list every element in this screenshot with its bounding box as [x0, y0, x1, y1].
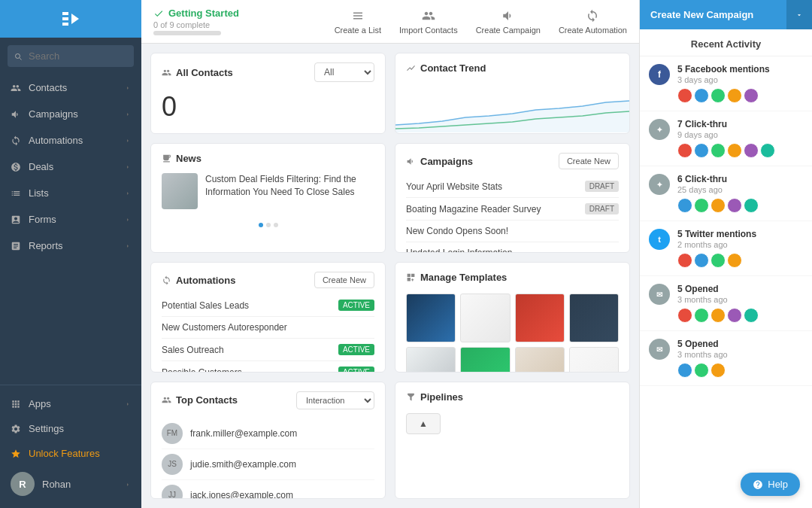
sidebar-label-contacts: Contacts [29, 82, 67, 93]
news-text[interactable]: Custom Deal Fields Filtering: Find the I… [205, 173, 374, 209]
sidebar-item-lists[interactable]: Lists [0, 180, 141, 206]
sidebar-label-lists: Lists [29, 187, 49, 199]
template-5[interactable] [406, 347, 456, 372]
activity-click1-time: 9 days ago [677, 130, 775, 139]
sidebar-item-automations[interactable]: Automations [0, 127, 141, 154]
sidebar-logo[interactable] [0, 0, 141, 38]
campaign-item-3[interactable]: New Condo Opens Soon! [406, 221, 619, 242]
automations-create-new-btn[interactable]: Create New [314, 272, 374, 288]
campaign-item-1[interactable]: Your April Website Stats DRAFT [406, 175, 619, 198]
contacts-count: 0 [151, 88, 385, 133]
action-create-campaign[interactable]: Create Campaign [476, 9, 541, 35]
template-4[interactable] [569, 294, 619, 342]
sidebar-item-contacts[interactable]: Contacts [0, 75, 141, 101]
automation-item-4[interactable]: Possible Customers ACTIVE [162, 361, 374, 372]
sidebar-item-apps[interactable]: Apps [0, 391, 141, 416]
template-6[interactable] [460, 347, 510, 372]
progress-bar [153, 31, 221, 35]
news-dot-1[interactable] [259, 223, 263, 227]
automation-item-2[interactable]: New Customers Autoresponder [162, 317, 374, 339]
contact-trend-title-text: Contact Trend [420, 62, 486, 74]
contact-item-3[interactable]: JJ jack.jones@example.com [162, 480, 374, 499]
action-create-automation[interactable]: Create Automation [559, 9, 627, 35]
help-button[interactable]: Help [741, 473, 800, 496]
top-contacts-header: Top Contacts Interaction Recent Score [151, 382, 385, 415]
sidebar-item-campaigns[interactable]: Campaigns [0, 101, 141, 127]
news-dots [151, 220, 385, 235]
mini-avatar [727, 88, 742, 103]
activity-twitter-time: 2 months ago [677, 240, 756, 249]
all-contacts-title-text: All Contacts [176, 67, 233, 78]
contact-avatar-1: FM [162, 423, 183, 444]
activity-facebook-title: 5 Facebook mentions [677, 64, 770, 75]
contact-item-1[interactable]: FM frank.miller@example.com [162, 418, 374, 449]
template-8[interactable] [569, 347, 619, 372]
activity-facebook: f 5 Facebook mentions 3 days ago [640, 56, 812, 111]
manage-templates-header: Manage Templates [395, 263, 629, 289]
click-icon-2: ✦ [649, 174, 670, 195]
activity-click2-title: 6 Click-thru [677, 174, 759, 184]
chevron-forms [125, 214, 131, 225]
news-dot-3[interactable] [274, 223, 278, 227]
action-import-contacts[interactable]: Import Contacts [399, 9, 458, 35]
sidebar-item-reports[interactable]: Reports [0, 233, 141, 259]
mini-avatar [710, 308, 726, 323]
pipelines-card: Pipelines ▲ [395, 382, 630, 499]
sidebar-item-deals[interactable]: Deals [0, 154, 141, 180]
mini-avatar [677, 88, 692, 103]
activity-click1-avatars [677, 143, 775, 158]
campaign-item-4[interactable]: Updated Login Information [406, 242, 619, 253]
contact-email-1: frank.miller@example.com [190, 428, 297, 439]
automation-item-3[interactable]: Sales Outreach ACTIVE [162, 339, 374, 361]
news-thumb [162, 173, 198, 209]
chevron-lists [125, 187, 131, 199]
news-header: News [151, 144, 385, 170]
news-title: News [162, 153, 201, 164]
sidebar-search-container [0, 38, 141, 75]
automation-status-3: ACTIVE [338, 344, 374, 355]
topbar-actions: Create a List Import Contacts Create Cam… [335, 9, 627, 35]
user-profile[interactable]: R Rohan [0, 466, 141, 502]
template-1[interactable] [406, 294, 456, 342]
create-campaign-dropdown-btn[interactable] [786, 0, 812, 29]
campaign-item-2[interactable]: Boating Magazine Reader Survey DRAFT [406, 198, 619, 221]
action-create-list[interactable]: Create a List [335, 9, 381, 35]
activity-opened1-info: 5 Opened 3 months ago [677, 284, 759, 323]
activity-click1: ✦ 7 Click-thru 9 days ago [640, 111, 812, 166]
action-import-contacts-label: Import Contacts [399, 26, 458, 35]
news-dot-2[interactable] [266, 223, 271, 227]
sidebar-label-settings: Settings [29, 423, 64, 434]
sidebar-label-deals: Deals [29, 161, 53, 172]
getting-started-section: Getting Started 0 of 9 complete [153, 8, 239, 35]
contacts-filter-select[interactable]: All Active Inactive [314, 62, 374, 82]
template-7[interactable] [515, 347, 565, 372]
sidebar-item-unlock[interactable]: Unlock Features [0, 441, 141, 466]
campaign-status-2: DRAFT [585, 203, 619, 214]
contact-item-2[interactable]: JS judie.smith@example.com [162, 449, 374, 480]
manage-templates-title: Manage Templates [406, 272, 507, 283]
mini-avatar [727, 253, 742, 268]
automation-name-3: Sales Outreach [162, 345, 224, 355]
trend-chart [395, 80, 629, 125]
pipeline-scroll-btn[interactable]: ▲ [406, 413, 441, 434]
getting-started-label: Getting Started [153, 8, 239, 19]
automations-card: Automations Create New Potential Sales L… [150, 262, 386, 372]
automation-list: Potential Sales Leads ACTIVE New Custome… [151, 294, 385, 372]
chevron-deals [125, 161, 131, 172]
activity-opened1-time: 3 months ago [677, 295, 759, 304]
sidebar-item-forms[interactable]: Forms [0, 206, 141, 233]
create-campaign-button[interactable]: Create New Campaign [640, 0, 786, 29]
template-2[interactable] [460, 294, 510, 342]
mini-avatar [677, 253, 692, 268]
template-3[interactable] [515, 294, 565, 342]
automation-item-1[interactable]: Potential Sales Leads ACTIVE [162, 294, 374, 317]
campaigns-create-new-btn[interactable]: Create New [559, 153, 619, 169]
mini-avatar [744, 308, 759, 323]
twitter-icon: t [649, 229, 670, 250]
search-input[interactable] [8, 45, 134, 67]
campaigns-title: Campaigns [406, 156, 473, 167]
user-name: Rohan [42, 479, 71, 490]
top-contacts-filter[interactable]: Interaction Recent Score [296, 391, 374, 409]
sidebar-item-settings[interactable]: Settings [0, 416, 141, 441]
sidebar-label-campaigns: Campaigns [29, 108, 78, 120]
